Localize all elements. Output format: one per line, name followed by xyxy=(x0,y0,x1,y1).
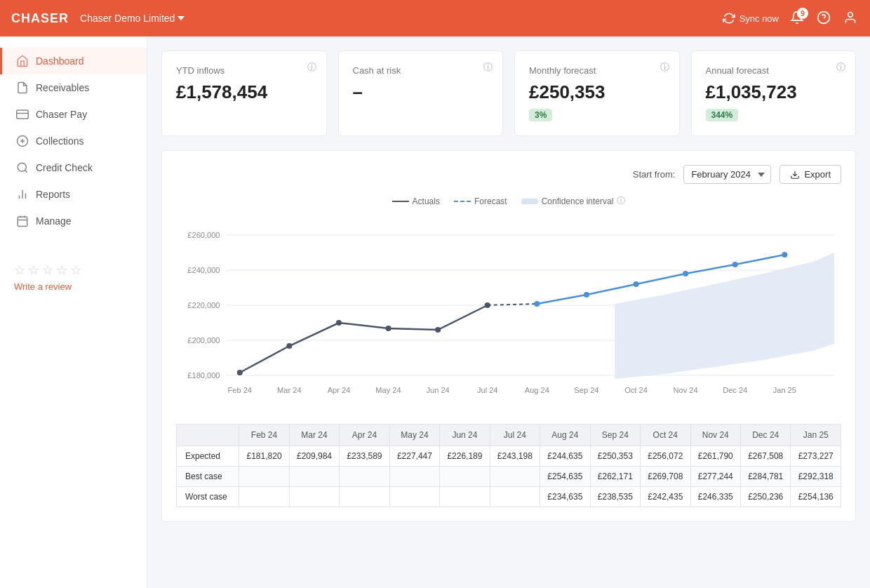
table-cell xyxy=(239,467,289,487)
kpi-row: YTD inflows £1,578,454 ⓘ Cash at risk – … xyxy=(161,51,856,136)
table-cell xyxy=(490,467,540,487)
table-header-row: Feb 24 Mar 24 Apr 24 May 24 Jun 24 Jul 2… xyxy=(177,425,841,446)
kpi-label-monthly: Monthly forecast xyxy=(529,65,665,76)
confidence-area-icon xyxy=(521,199,538,204)
file-icon xyxy=(16,81,29,94)
write-review-link[interactable]: Write a review xyxy=(14,281,72,292)
sidebar-item-manage[interactable]: Manage xyxy=(0,208,147,234)
start-from-select[interactable]: February 2024 January 2024 March 2024 xyxy=(683,165,771,184)
confidence-info-icon[interactable]: ⓘ xyxy=(617,195,625,207)
chart-legend: Actuals Forecast Confidence interval ⓘ xyxy=(176,195,841,207)
svg-text:£200,000: £200,000 xyxy=(187,336,220,345)
col-header-jul24: Jul 24 xyxy=(490,425,540,446)
sidebar-item-receivables[interactable]: Receivables xyxy=(0,74,147,101)
sidebar-label-chaser-pay: Chaser Pay xyxy=(36,109,87,120)
info-icon-ytd[interactable]: ⓘ xyxy=(307,61,316,74)
table-cell: £284,781 xyxy=(740,467,790,487)
sync-button[interactable]: Sync now xyxy=(723,12,779,25)
credit-card-icon xyxy=(16,108,29,121)
user-button[interactable] xyxy=(843,11,859,26)
table-cell: £181,820 xyxy=(239,446,289,467)
svg-text:Aug 24: Aug 24 xyxy=(525,386,549,394)
sidebar-label-credit-check: Credit Check xyxy=(36,162,93,173)
sidebar-label-manage: Manage xyxy=(36,215,72,227)
table-cell: £254,136 xyxy=(791,487,841,507)
table-cell: £267,508 xyxy=(740,446,790,467)
actuals-line-icon xyxy=(392,201,409,202)
svg-text:£220,000: £220,000 xyxy=(187,301,220,309)
chart-area: £260,000 £240,000 £220,000 £200,000 £180… xyxy=(176,214,841,413)
sidebar-item-chaser-pay[interactable]: Chaser Pay xyxy=(0,101,147,128)
col-header-label xyxy=(177,425,239,446)
svg-point-40 xyxy=(732,262,738,267)
svg-point-8 xyxy=(18,163,26,171)
export-button[interactable]: Export xyxy=(779,165,841,184)
svg-point-29 xyxy=(237,370,243,375)
sidebar-item-collections[interactable]: Collections xyxy=(0,128,147,154)
star-rating[interactable]: ☆☆☆☆☆ xyxy=(14,262,133,278)
kpi-card-ytd-inflows: YTD inflows £1,578,454 ⓘ xyxy=(161,51,327,136)
col-header-apr24: Apr 24 xyxy=(340,425,389,446)
info-icon-annual[interactable]: ⓘ xyxy=(836,61,845,74)
notifications-button[interactable]: 9 xyxy=(790,11,805,26)
svg-text:£260,000: £260,000 xyxy=(187,231,220,239)
table-cell: £226,189 xyxy=(440,446,490,467)
svg-text:Oct 24: Oct 24 xyxy=(624,386,648,394)
sidebar-label-collections: Collections xyxy=(36,135,83,147)
svg-rect-3 xyxy=(17,110,29,119)
col-header-feb24: Feb 24 xyxy=(239,425,289,446)
svg-point-41 xyxy=(782,252,787,258)
row-label: Worst case xyxy=(177,487,239,507)
table-cell: £250,353 xyxy=(590,446,640,467)
sidebar-item-credit-check[interactable]: Credit Check xyxy=(0,154,147,181)
logo: CHASER xyxy=(11,11,69,26)
table-cell: £256,072 xyxy=(641,446,690,467)
col-header-sep24: Sep 24 xyxy=(590,425,640,446)
download-icon xyxy=(790,170,800,180)
table-cell: £254,635 xyxy=(540,467,590,487)
kpi-value-monthly: £250,353 xyxy=(529,81,665,103)
kpi-value-annual: £1,035,723 xyxy=(706,81,842,103)
table-cell: £209,984 xyxy=(289,446,339,467)
table-cell: £244,635 xyxy=(540,446,590,467)
kpi-label-cash: Cash at risk xyxy=(353,65,489,76)
col-header-jun24: Jun 24 xyxy=(440,425,490,446)
svg-point-30 xyxy=(286,343,292,349)
sidebar-label-dashboard: Dashboard xyxy=(36,55,84,67)
table-cell: £250,236 xyxy=(740,487,790,507)
sidebar-label-receivables: Receivables xyxy=(36,82,89,93)
svg-point-33 xyxy=(435,327,441,333)
user-icon xyxy=(843,11,857,25)
svg-point-2 xyxy=(848,13,853,18)
sidebar-item-dashboard[interactable]: Dashboard xyxy=(0,48,147,74)
svg-marker-18 xyxy=(615,253,834,379)
table-cell: £233,589 xyxy=(340,446,389,467)
sidebar-item-reports[interactable]: Reports xyxy=(0,181,147,208)
svg-point-31 xyxy=(336,320,342,326)
svg-rect-13 xyxy=(18,217,27,227)
table-cell: £243,198 xyxy=(490,446,540,467)
svg-point-38 xyxy=(633,281,638,287)
table-cell: £273,227 xyxy=(791,446,841,467)
table-cell xyxy=(490,487,540,507)
row-label: Best case xyxy=(177,467,239,487)
info-icon-cash[interactable]: ⓘ xyxy=(483,61,493,74)
kpi-label-ytd: YTD inflows xyxy=(176,65,312,76)
table-cell: £234,635 xyxy=(540,487,590,507)
table-cell xyxy=(389,487,439,507)
table-cell xyxy=(389,467,439,487)
main-content: YTD inflows £1,578,454 ⓘ Cash at risk – … xyxy=(147,36,870,588)
svg-text:Mar 24: Mar 24 xyxy=(277,386,301,394)
help-button[interactable] xyxy=(817,11,832,26)
dollar-circle-icon xyxy=(16,135,29,147)
table-row: Expected£181,820£209,984£233,589£227,447… xyxy=(177,446,841,467)
sync-icon xyxy=(723,12,735,25)
home-icon xyxy=(16,55,29,67)
info-icon-monthly[interactable]: ⓘ xyxy=(660,61,669,74)
company-selector[interactable]: Chaser Demo Limited xyxy=(80,13,185,24)
svg-text:Jan 25: Jan 25 xyxy=(773,386,796,394)
bar-chart-icon xyxy=(16,188,29,201)
legend-confidence: Confidence interval ⓘ xyxy=(521,195,626,207)
kpi-badge-monthly: 3% xyxy=(529,109,552,121)
col-header-dec24: Dec 24 xyxy=(740,425,790,446)
